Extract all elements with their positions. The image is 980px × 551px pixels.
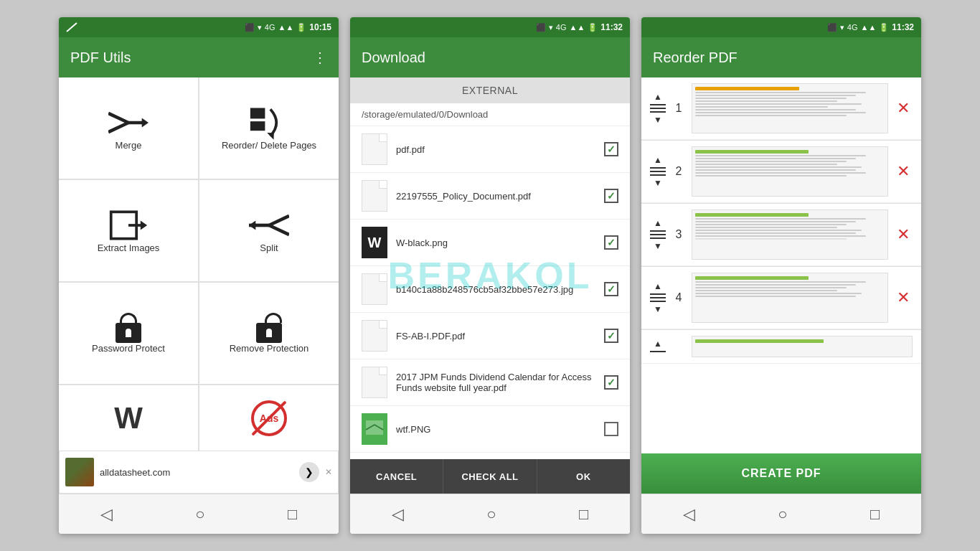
reorder-item-2: ▲ ▼ 3 [641, 204, 921, 266]
file-name-4: FS-AB-I.PDF.pdf [396, 331, 595, 342]
file-item-6[interactable]: wtf.PNG [350, 406, 630, 453]
file-name-0: pdf.pdf [396, 144, 595, 155]
delete-button-1[interactable]: ✕ [894, 159, 913, 184]
merge-label: Merge [116, 140, 142, 151]
reorder-controls-1: ▲ ▼ [650, 156, 666, 187]
home-button-1[interactable]: ○ [181, 499, 219, 529]
time-1: 10:15 [309, 22, 331, 32]
file-name-1: 22197555_Policy_Document.pdf [396, 191, 595, 202]
ad-image [65, 458, 94, 486]
storage-path: /storage/emulated/0/Download [350, 103, 630, 126]
recent-button-1[interactable]: □ [273, 499, 311, 529]
create-pdf-button[interactable]: CREATE PDF [641, 453, 921, 494]
svg-rect-16 [366, 420, 383, 435]
delete-button-3[interactable]: ✕ [894, 286, 913, 310]
svg-rect-5 [250, 108, 265, 118]
cancel-button[interactable]: CANCEL [350, 459, 443, 494]
status-bar-right-2: ⬛ ▾ 4G ▲▲ 🔋 11:32 [536, 22, 623, 32]
screen-pdf-utils: ⬛ ▾ 4G ▲▲ 🔋 10:15 PDF Utils ⋮ [59, 17, 339, 534]
nav-bar-1: ◁ ○ □ [59, 494, 339, 534]
image-icon [364, 419, 385, 439]
reorder-controls-4: ▲ [650, 339, 666, 354]
drag-handle-2[interactable] [650, 230, 666, 239]
back-button-2[interactable]: ◁ [377, 499, 418, 529]
drag-handle-0[interactable] [650, 104, 666, 113]
extract-images-button[interactable]: Extract Images [59, 180, 198, 281]
file-item-3[interactable]: b140c1a88b248576cb5af32bbe57e273.jpg [350, 266, 630, 313]
up-arrow-3[interactable]: ▲ [654, 282, 662, 291]
ad-arrow-button[interactable]: ❯ [299, 462, 319, 482]
remove-protection-button[interactable]: Remove Protection [199, 283, 339, 384]
file-item-4[interactable]: FS-AB-I.PDF.pdf [350, 313, 630, 359]
reorder-content: ▲ ▼ 1 [641, 77, 921, 453]
down-arrow-1[interactable]: ▼ [654, 179, 662, 187]
home-button-3[interactable]: ○ [763, 499, 801, 529]
checkbox-4[interactable] [604, 329, 618, 343]
sim-icon: ⬛ [245, 23, 255, 32]
ad-banner[interactable]: alldatasheet.com ❯ ✕ [59, 451, 339, 494]
merge-button[interactable]: Merge [59, 77, 198, 179]
menu-icon[interactable]: ⋮ [313, 49, 327, 66]
file-item-2[interactable]: W W-black.png [350, 220, 630, 266]
page-thumb-2 [692, 209, 888, 260]
file-name-2: W-black.png [396, 237, 595, 248]
lock-icon [116, 313, 141, 343]
down-arrow-3[interactable]: ▼ [654, 305, 662, 314]
unlock-icon [256, 313, 282, 343]
delete-button-0[interactable]: ✕ [894, 96, 913, 121]
ad-close-button[interactable]: ✕ [325, 467, 332, 477]
up-arrow-1[interactable]: ▲ [654, 156, 662, 164]
recent-button-3[interactable]: □ [856, 499, 894, 529]
check-all-button[interactable]: CHECK ALL [443, 459, 537, 494]
password-protect-button[interactable]: Password Protect [59, 283, 198, 384]
file-item-5[interactable]: 2017 JPM Funds Dividend Calendar for Acc… [350, 359, 630, 406]
split-icon [249, 208, 289, 242]
up-arrow-2[interactable]: ▲ [654, 219, 662, 227]
up-arrow-4[interactable]: ▲ [654, 339, 662, 348]
reorder-item-4: ▲ [641, 330, 921, 364]
svg-marker-10 [141, 220, 147, 230]
status-bar-1: ⬛ ▾ 4G ▲▲ 🔋 10:15 [59, 17, 339, 37]
checkbox-5[interactable] [604, 375, 618, 390]
back-button-3[interactable]: ◁ [669, 499, 710, 529]
split-button[interactable]: Split [199, 180, 339, 281]
password-protect-label: Password Protect [92, 343, 165, 354]
ok-button[interactable]: OK [537, 459, 630, 494]
home-button-2[interactable]: ○ [472, 499, 510, 529]
checkbox-2[interactable] [604, 235, 618, 250]
file-item-7[interactable]: A17_FlightPlan.pdf [350, 453, 630, 459]
checkbox-0[interactable] [604, 142, 618, 156]
status-bar-left-1 [66, 22, 77, 32]
reorder-delete-button[interactable]: Reorder/ Delete Pages [199, 77, 339, 179]
down-arrow-0[interactable]: ▼ [654, 116, 662, 124]
drag-handle-4[interactable] [650, 351, 666, 352]
checkbox-6[interactable] [604, 422, 618, 436]
merge-icon [108, 105, 149, 140]
checkbox-1[interactable] [604, 189, 618, 203]
app-title: PDF Utils [70, 50, 313, 66]
pdf-icon-0 [362, 133, 387, 165]
sim-icon-2: ⬛ [536, 23, 546, 32]
back-button-1[interactable]: ◁ [86, 499, 127, 529]
recent-button-2[interactable]: □ [565, 499, 603, 529]
drag-handle-3[interactable] [650, 293, 666, 302]
network-label-3: 4G [847, 23, 858, 32]
png-icon-6 [362, 413, 387, 445]
checkbox-3[interactable] [604, 282, 618, 296]
extract-label: Extract Images [98, 242, 160, 253]
up-arrow-0[interactable]: ▲ [654, 93, 662, 101]
battery-icon-1: 🔋 [296, 23, 306, 32]
file-item-1[interactable]: 22197555_Policy_Document.pdf [350, 173, 630, 220]
reorder-controls-2: ▲ ▼ [650, 219, 666, 250]
time-2: 11:32 [600, 22, 623, 32]
down-arrow-2[interactable]: ▼ [654, 242, 662, 250]
delete-button-2[interactable]: ✕ [894, 222, 913, 247]
w-icon-2: W [362, 227, 387, 258]
status-bar-3: ⬛ ▾ 4G ▲▲ 🔋 11:32 [641, 17, 921, 37]
nav-bar-3: ◁ ○ □ [641, 494, 921, 534]
file-item-0[interactable]: pdf.pdf [350, 126, 630, 173]
svg-line-1 [108, 113, 128, 123]
signal-bars-2: ▲▲ [570, 23, 585, 32]
svg-marker-14 [249, 220, 255, 230]
drag-handle-1[interactable] [650, 167, 666, 176]
